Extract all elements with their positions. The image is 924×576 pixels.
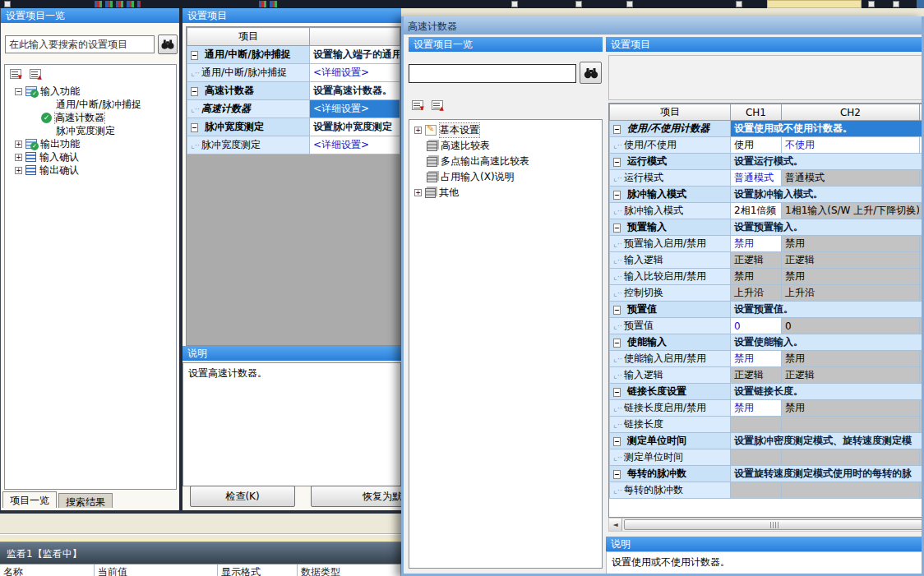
collapse-box-icon[interactable]: − <box>191 51 198 60</box>
tree-item[interactable]: +输出确认 <box>5 164 176 177</box>
collapse-box-icon[interactable]: − <box>613 339 621 348</box>
restore-default-button[interactable]: 恢复为默 <box>311 486 408 507</box>
item-label-cell[interactable]: ⌞··运行模式 <box>610 170 731 187</box>
value-cell-ch2[interactable] <box>782 449 920 466</box>
tab-item-list[interactable]: 项目一览 <box>2 491 57 508</box>
tree-item[interactable]: −✓输入功能 <box>5 85 176 98</box>
tree-item[interactable]: 高速比较表 <box>409 138 602 154</box>
group-label-cell[interactable]: − 预置值 <box>610 302 731 318</box>
search-button[interactable] <box>158 35 178 54</box>
watch-column-header[interactable]: 当前值 <box>95 564 218 576</box>
value-cell-ch3[interactable]: 禁 <box>920 236 924 252</box>
expand-box-icon[interactable]: + <box>414 189 422 196</box>
watch-column-header[interactable]: 数据类型 <box>298 564 401 576</box>
value-cell-ch1[interactable] <box>731 482 782 499</box>
item-label-cell[interactable]: ⌞··测定单位时间 <box>610 449 731 466</box>
value-cell-ch3[interactable] <box>920 449 924 466</box>
item-label-cell[interactable]: ⌞··脉冲宽度测定 <box>187 136 310 154</box>
item-label-cell[interactable]: ⌞··控制切换 <box>610 285 731 302</box>
value-cell-ch1[interactable]: 上升沿 <box>731 285 782 302</box>
detail-setting-link[interactable]: <详细设置> <box>310 136 400 154</box>
value-cell-ch2[interactable] <box>782 482 920 499</box>
search-input[interactable] <box>5 35 155 53</box>
item-label-cell[interactable]: ⌞··输入逻辑 <box>610 252 731 269</box>
watch-column-header[interactable]: 显示格式 <box>218 564 298 576</box>
collapse-all-icon[interactable]: ▼ <box>412 100 423 110</box>
tree-item[interactable]: 脉冲宽度测定 <box>5 124 176 137</box>
check-button[interactable]: 检查(K) <box>190 486 295 507</box>
scrollbar-thumb[interactable] <box>624 519 924 530</box>
tree-item[interactable]: +输入确认 <box>5 150 176 164</box>
collapse-all-icon[interactable]: ▼ <box>10 69 21 79</box>
tree-item[interactable]: 通用/中断/脉冲捕捉 <box>5 98 176 111</box>
watch-window-title[interactable]: 监看1【监看中】 <box>0 541 401 564</box>
collapse-box-icon[interactable]: − <box>613 388 621 397</box>
tree-item[interactable]: 多点输出高速比较表 <box>409 154 602 169</box>
tree-item[interactable]: ✓高速计数器 <box>5 111 176 124</box>
value-cell-ch3[interactable] <box>920 482 924 499</box>
value-cell-ch3[interactable]: 0 <box>920 318 924 334</box>
expand-all-icon[interactable]: ▲ <box>30 69 41 79</box>
value-cell-ch1[interactable]: 普通模式 <box>731 170 782 187</box>
group-label-cell[interactable]: − 每转的脉冲数 <box>610 466 731 482</box>
expand-box-icon[interactable]: + <box>15 167 22 174</box>
tree-item[interactable]: +✓输出功能 <box>5 137 176 150</box>
group-label-cell[interactable]: − 运行模式 <box>610 154 731 170</box>
item-label-cell[interactable]: ⌞··脉冲输入模式 <box>610 203 731 219</box>
item-label-cell[interactable]: ⌞··链接长度 <box>610 417 731 433</box>
item-label-cell[interactable]: ⌞··高速计数器 <box>187 100 310 118</box>
value-cell-ch1[interactable]: 禁用 <box>731 400 782 417</box>
value-cell-ch3[interactable]: 1 <box>920 203 924 219</box>
tree-item[interactable]: +✎基本设置 <box>409 122 602 138</box>
item-label-cell[interactable]: ⌞··输入逻辑 <box>610 367 731 384</box>
value-cell-ch1[interactable]: 禁用 <box>731 269 782 285</box>
scroll-left-arrow[interactable]: ◄ <box>609 518 622 531</box>
value-cell-ch3[interactable]: 禁 <box>920 269 924 285</box>
value-cell-ch2[interactable]: 1相1输入(S/W 上升/下降切换) <box>782 203 920 219</box>
group-label-cell[interactable]: − 脉冲宽度测定 <box>187 118 310 136</box>
value-cell-ch2[interactable]: 禁用 <box>782 236 920 252</box>
value-cell-ch3[interactable]: 上 <box>920 285 924 302</box>
item-label-cell[interactable]: ⌞··使能输入启用/禁用 <box>610 351 731 367</box>
value-cell-ch2[interactable]: 普通模式 <box>782 170 920 187</box>
value-cell-ch3[interactable]: 正 <box>920 367 924 384</box>
value-cell-ch2[interactable]: 正逻辑 <box>782 252 920 269</box>
value-cell-ch2[interactable]: 0 <box>782 318 920 334</box>
value-cell-ch1[interactable]: 0 <box>731 318 782 334</box>
collapse-box-icon[interactable]: − <box>613 223 621 233</box>
expand-box-icon[interactable]: + <box>414 127 422 134</box>
item-label-cell[interactable]: ⌞··每转的脉冲数 <box>610 482 731 499</box>
search-input[interactable] <box>409 64 576 83</box>
collapse-box-icon[interactable]: − <box>613 306 621 315</box>
value-cell-ch2[interactable]: 禁用 <box>782 400 920 417</box>
collapse-box-icon[interactable]: − <box>191 123 198 132</box>
value-cell-ch2[interactable] <box>782 417 920 433</box>
group-label-cell[interactable]: − 测定单位时间 <box>610 433 731 449</box>
item-label-cell[interactable]: ⌞··通用/中断/脉冲捕捉 <box>187 64 310 82</box>
value-cell-ch3[interactable] <box>920 417 924 433</box>
value-cell-ch1[interactable] <box>731 417 782 433</box>
collapse-box-icon[interactable]: − <box>613 125 621 134</box>
value-cell-ch1[interactable]: 正逻辑 <box>731 252 782 269</box>
collapse-box-icon[interactable]: − <box>191 87 198 96</box>
detail-setting-link[interactable]: <详细设置> <box>310 64 400 82</box>
value-cell-ch1[interactable]: 正逻辑 <box>731 367 782 384</box>
collapse-box-icon[interactable]: − <box>15 88 22 95</box>
value-cell-ch1[interactable] <box>731 449 782 466</box>
value-cell-ch2[interactable]: 正逻辑 <box>782 367 920 384</box>
item-label-cell[interactable]: ⌞··预置输入启用/禁用 <box>610 236 731 252</box>
collapse-box-icon[interactable]: − <box>613 191 621 200</box>
group-label-cell[interactable]: − 预置输入 <box>610 219 731 236</box>
group-label-cell[interactable]: − 脉冲输入模式 <box>610 187 731 203</box>
item-label-cell[interactable]: ⌞··预置值 <box>610 318 731 334</box>
value-cell-ch2[interactable]: 不使用 <box>782 137 920 154</box>
group-label-cell[interactable]: − 高速计数器 <box>187 82 310 100</box>
value-cell-ch2[interactable]: 禁用 <box>782 269 920 285</box>
value-cell-ch1[interactable]: 禁用 <box>731 351 782 367</box>
value-cell-ch2[interactable]: 禁用 <box>782 351 920 367</box>
value-cell-ch3[interactable]: 正 <box>920 252 924 269</box>
collapse-box-icon[interactable]: − <box>613 437 621 446</box>
collapse-box-icon[interactable]: − <box>613 470 621 479</box>
detail-setting-link[interactable]: <详细设置> <box>310 100 400 118</box>
search-button[interactable] <box>580 62 602 84</box>
